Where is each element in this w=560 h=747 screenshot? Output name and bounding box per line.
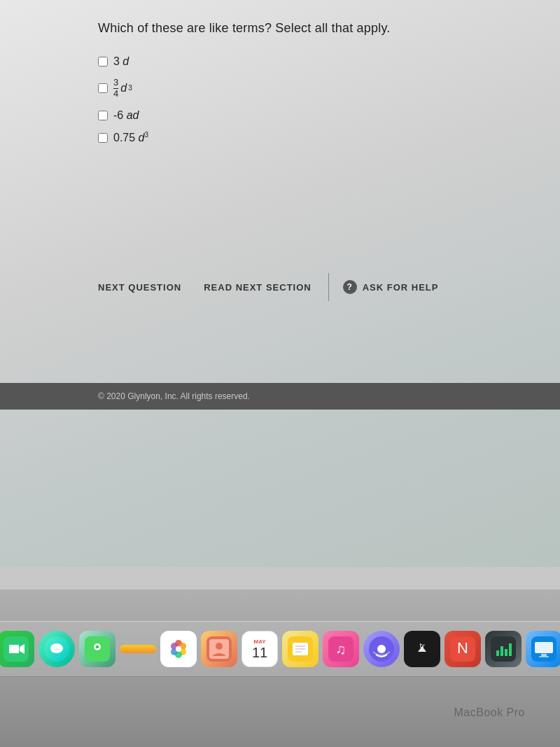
dock-monitor-icon[interactable] [526,631,560,667]
messages-svg: ··· [44,636,69,662]
svg-rect-36 [500,646,503,656]
monitor-svg [531,636,556,662]
svg-rect-40 [535,642,553,653]
label-neg6ad[interactable]: -6 ad [113,109,139,122]
label-3d[interactable]: 3 d [113,55,129,68]
svg-rect-37 [505,649,507,656]
checkbox-neg6ad[interactable] [98,111,108,120]
svg-text:···: ··· [55,646,59,652]
stocks-svg [491,636,516,662]
svg-marker-1 [9,645,19,653]
quiz-content: Which of these are like terms? Select al… [98,21,490,144]
dock-yellow-icon[interactable] [120,645,156,653]
checkbox-fraction-d3[interactable] [98,83,108,93]
option-3d: 3 d [98,55,490,68]
macbook-label: MacBook Pro [454,706,525,719]
option-075d3: 0.75 d3 [98,132,490,144]
dock-music-icon[interactable]: ♫ [323,631,359,667]
news-svg: N [450,636,475,662]
checkbox-075d3[interactable] [98,133,108,143]
label-075d3[interactable]: 0.75 d3 [113,132,148,144]
screen: Which of these are like terms? Select al… [0,0,560,567]
svg-rect-41 [541,654,547,656]
dock-facetime-icon[interactable] [0,631,34,667]
facetime-svg [4,636,29,662]
dock-area: ··· [0,589,560,747]
dock-podcasts-icon[interactable] [363,631,400,667]
dock-photos-icon[interactable] [160,631,197,667]
svg-point-9 [96,645,99,648]
dock-maps-icon[interactable] [79,631,115,667]
podcasts-svg [369,636,394,662]
fraction-display: 3 4 [113,78,118,99]
fraction-denominator: 4 [113,89,118,99]
buttons-area: NEXT QUESTION READ NEXT SECTION ? ASK FO… [98,273,447,301]
fraction-numerator: 3 [113,78,118,89]
label-fraction-d3[interactable]: 3 4 d3 [113,78,132,99]
dock-contacts-icon[interactable] [201,631,237,667]
dock-stocks-icon[interactable] [485,631,522,667]
svg-rect-42 [539,656,549,657]
option-neg6ad: -6 ad [98,109,490,122]
svg-rect-38 [509,643,512,656]
checkbox-3d[interactable] [98,57,108,67]
notes-svg [288,636,313,662]
option-fraction-d3: 3 4 d3 [98,78,490,99]
footer: © 2020 Glynlyon, Inc. All rights reserve… [0,383,560,410]
appletv-svg: tv [410,636,435,662]
svg-rect-35 [496,650,499,656]
dock-news-icon[interactable]: N [444,631,481,667]
music-svg: ♫ [328,636,354,662]
button-divider [328,273,329,301]
svg-point-29 [377,645,386,653]
copyright-text: © 2020 Glynlyon, Inc. All rights reserve… [98,391,250,401]
dock-bar: ··· [0,621,560,677]
contacts-svg [206,636,232,662]
photos-svg [166,636,191,662]
read-next-section-button[interactable]: READ NEXT SECTION [192,275,323,300]
svg-point-17 [176,646,181,652]
ask-for-help-button[interactable]: ? ASK FOR HELP [335,273,447,301]
exponent-3b: 3 [145,131,149,139]
exponent-3: 3 [128,85,132,92]
next-question-button[interactable]: NEXT QUESTION [98,275,192,300]
question-text: Which of these are like terms? Select al… [98,21,490,36]
dock-notes-icon[interactable] [282,631,318,667]
dock-messages-icon[interactable]: ··· [38,631,75,667]
svg-text:N: N [457,639,468,657]
answer-options: 3 d 3 4 d3 -6 ad [98,55,490,144]
dock-appletv-icon[interactable]: tv [404,631,440,667]
calendar-day: 11 [252,645,267,659]
svg-text:♫: ♫ [336,641,346,657]
help-icon: ? [343,280,357,294]
ask-help-label: ASK FOR HELP [363,282,439,293]
maps-svg [85,636,110,662]
dock-calendar-icon[interactable]: MAY 11 [241,631,278,667]
svg-point-20 [216,643,223,650]
